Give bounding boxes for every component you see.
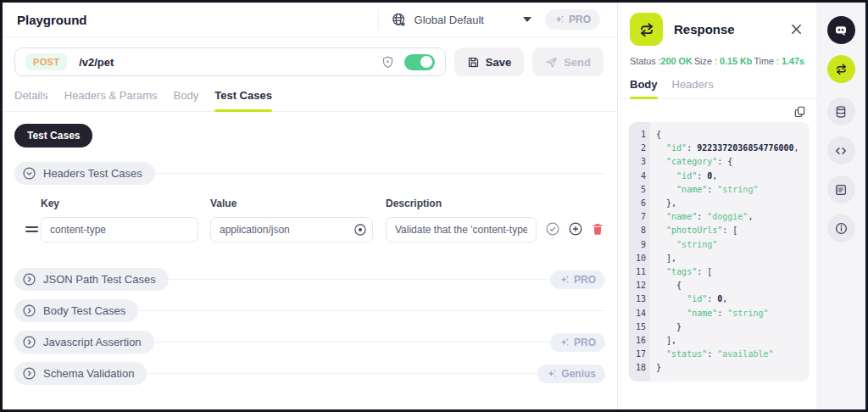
key-input[interactable]	[41, 217, 198, 242]
request-tabs: Details Headers & Params Body Test Cases	[3, 89, 617, 112]
collapsed-section-label: Javascript Assertion	[43, 336, 142, 348]
line-number: 11	[629, 265, 650, 279]
environment-selector[interactable]: Global Default	[391, 12, 531, 28]
send-button[interactable]: Send	[532, 47, 604, 76]
divider	[138, 310, 605, 311]
size-badge: Size : 0.15 Kb	[694, 56, 752, 66]
code-line: "photoUrls": [	[656, 224, 810, 237]
database-icon[interactable]	[827, 97, 855, 125]
save-label: Save	[486, 56, 511, 69]
line-number: 13	[629, 292, 650, 306]
api-chain-icon	[630, 13, 663, 46]
value-input[interactable]	[210, 217, 373, 242]
time-badge: Time : 1.47s	[754, 56, 804, 66]
add-row-icon[interactable]	[568, 221, 583, 237]
line-number: 10	[629, 252, 650, 265]
tab-test-cases[interactable]: Test Cases	[214, 89, 272, 111]
divider	[155, 173, 605, 174]
code-line: "id": 0,	[656, 170, 810, 183]
tab-headers-params[interactable]: Headers & Params	[64, 89, 158, 111]
line-number: 2	[629, 142, 650, 155]
send-label: Send	[564, 56, 591, 69]
line-number: 17	[629, 348, 650, 361]
response-header: Response	[619, 3, 816, 53]
globe-icon	[391, 12, 407, 28]
tab-response-headers[interactable]: Headers	[672, 78, 714, 98]
check-circle-icon[interactable]	[545, 221, 560, 237]
sparkle-icon	[554, 14, 565, 25]
code-line: "name": "doggie",	[656, 210, 810, 224]
collapsed-section-label: Body Test Cases	[43, 304, 125, 317]
response-title: Response	[674, 22, 790, 36]
shield-icon[interactable]	[381, 55, 395, 70]
method-badge: POST	[25, 53, 67, 70]
page-title: Playground	[17, 13, 87, 27]
collapsed-section-header[interactable]: Body Test Cases	[14, 299, 138, 322]
url-bar[interactable]: POST /v2/pet	[14, 47, 446, 76]
pro-badge-label: PRO	[569, 14, 591, 25]
sparkle-icon	[547, 369, 557, 379]
save-button[interactable]: Save	[454, 47, 524, 76]
collapsed-section-header[interactable]: Javascript Assertion	[14, 331, 154, 354]
copy-icon[interactable]	[793, 105, 806, 118]
divider	[169, 279, 550, 280]
collapsed-section-header[interactable]: Schema Validation	[14, 362, 147, 385]
response-meta: Status :200 OK Size : 0.15 Kb Time : 1.4…	[619, 53, 816, 66]
close-icon[interactable]	[790, 23, 803, 36]
collapsed-section-label: JSON Path Test Cases	[43, 273, 156, 286]
line-number: 1	[629, 128, 650, 142]
tab-details[interactable]: Details	[14, 89, 48, 111]
line-number: 5	[629, 183, 650, 197]
code-line: "id": 9223372036854776000,	[656, 142, 810, 155]
line-number: 14	[629, 307, 650, 320]
code-line: }	[656, 320, 810, 334]
description-input[interactable]	[386, 217, 537, 242]
line-number: 8	[629, 224, 650, 237]
request-url: /v2/pet	[79, 56, 114, 69]
code-line: "id": 0,	[656, 292, 810, 306]
code-line: "status": "available"	[656, 348, 810, 361]
line-number: 6	[629, 197, 650, 210]
line-number: 7	[629, 210, 650, 224]
info-icon[interactable]	[827, 214, 855, 242]
response-body-code[interactable]: 123456789101112131415161718 { "id": 9223…	[629, 122, 810, 381]
form-list-icon[interactable]	[827, 175, 855, 203]
divider	[378, 9, 379, 30]
chatbot-icon[interactable]	[827, 16, 855, 44]
environment-label: Global Default	[415, 14, 484, 26]
code-line: }	[656, 361, 810, 375]
line-number: 3	[629, 155, 650, 169]
line-number: 4	[629, 170, 650, 183]
code-line: },	[656, 197, 810, 210]
chevron-right-circle-icon	[22, 272, 36, 287]
line-number: 9	[629, 238, 650, 252]
delete-row-icon[interactable]	[591, 222, 604, 236]
sparkle-icon	[559, 275, 570, 285]
plan-badge-label: Genius	[561, 368, 596, 380]
code-line: {	[656, 279, 810, 292]
collapsed-section-header[interactable]: JSON Path Test Cases	[14, 268, 169, 291]
plan-badge: PRO	[550, 270, 605, 289]
divider	[154, 342, 550, 342]
right-icon-rail	[816, 3, 865, 409]
divider	[147, 373, 537, 374]
column-description: Description	[386, 198, 442, 209]
code-line: "tags": [	[656, 265, 810, 279]
line-number: 12	[629, 279, 650, 292]
request-toggle[interactable]	[404, 54, 435, 70]
tab-body[interactable]: Body	[174, 89, 199, 111]
collapsed-section: JSON Path Test CasesPRO	[14, 268, 605, 291]
column-value: Value	[210, 198, 236, 209]
tab-response-body[interactable]: Body	[630, 78, 658, 98]
plan-badge: Genius	[537, 365, 605, 383]
code-line: "name": "string"	[656, 307, 810, 320]
value-input-wrap	[210, 217, 373, 242]
headers-test-cases-header[interactable]: Headers Test Cases	[14, 162, 155, 185]
drag-handle-icon[interactable]	[25, 226, 38, 235]
row-actions	[545, 221, 604, 237]
line-number: 16	[629, 334, 650, 348]
test-cases-badge: Test Cases	[14, 124, 92, 148]
api-chain-rail-icon[interactable]	[827, 55, 855, 83]
code-icon[interactable]	[827, 136, 855, 164]
table-header: Key Value Description	[14, 198, 605, 209]
